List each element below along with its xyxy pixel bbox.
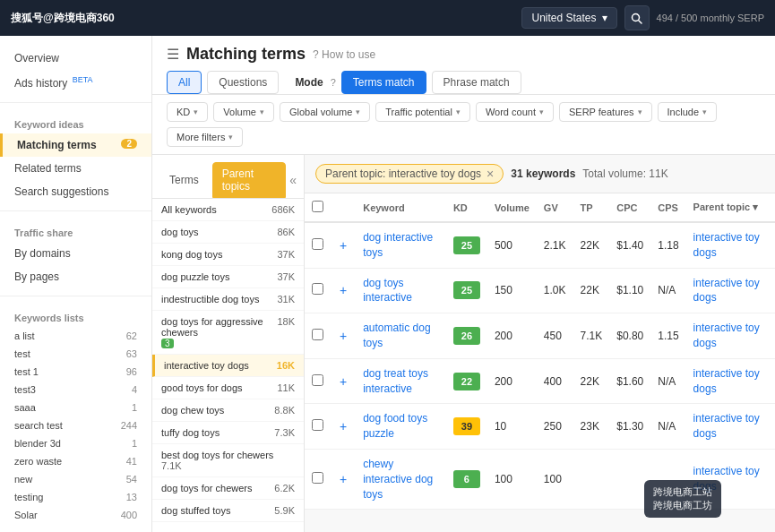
panel-tab-parent-topics[interactable]: Parent topics [212,162,287,198]
sidebar-item-by-domains[interactable]: By domains [0,242,151,265]
collapse-icon[interactable]: « [289,173,297,187]
left-panel-row[interactable]: dog toys for aggressive chewers18K 3 [152,311,304,355]
main-content: ☰ Matching terms ? How to use All Questi… [152,36,775,532]
row-checkbox[interactable] [312,419,323,431]
row-checkbox[interactable] [312,472,323,484]
filter-traffic-potential[interactable]: Traffic potential▾ [375,102,470,122]
keyword-link[interactable]: dog toys interactive [363,277,412,305]
filter-include[interactable]: Include▾ [658,102,717,122]
gv-cell: 1.0K [537,268,573,313]
filter-global-volume[interactable]: Global volume▾ [280,102,370,122]
parent-topic-link[interactable]: interactive toy dogs [693,367,760,395]
tab-mode-label[interactable]: Mode [284,72,324,93]
add-keyword-button[interactable]: + [338,374,349,389]
tab-questions[interactable]: Questions [207,71,279,94]
sidebar-item-by-pages[interactable]: By pages [0,265,151,288]
list-item-solar[interactable]: Solar400 [0,506,151,524]
filter-serp-features[interactable]: SERP features▾ [559,102,652,122]
select-all-checkbox[interactable] [312,201,323,212]
tp-cell [573,449,610,509]
row-checkbox[interactable] [312,374,323,386]
left-panel-row[interactable]: dog chew toys8.8K [152,399,304,422]
cpc-cell: $1.30 [609,404,650,450]
left-panel-row[interactable]: dog toys for chewers6.2K [152,477,304,500]
add-keyword-button[interactable]: + [338,472,349,486]
filter-volume[interactable]: Volume▾ [213,102,274,122]
list-item-new[interactable]: new54 [0,470,151,488]
row-checkbox[interactable] [312,329,323,340]
parent-topic-link[interactable]: interactive toy dogs [693,322,760,349]
col-keyword[interactable]: Keyword [356,193,446,222]
col-volume[interactable]: Volume [487,193,537,222]
hamburger-icon[interactable]: ☰ [167,46,179,63]
sidebar-item-ads-history[interactable]: Ads history BETA [0,70,151,95]
keyword-link[interactable]: chewy interactive dog toys [363,458,433,501]
parent-topic-link[interactable]: interactive toy dogs [693,412,760,440]
parent-topic-link[interactable]: interactive toy dogs [693,277,760,305]
add-keyword-button[interactable]: + [338,238,349,253]
left-panel-row[interactable]: tuffy dog toys7.3K [152,422,304,444]
search-button[interactable] [624,5,650,30]
chevron-down-icon: ▾ [356,107,360,116]
add-keyword-button[interactable]: + [338,419,349,433]
col-cps[interactable]: CPS [650,193,685,222]
col-tp[interactable]: TP [573,193,610,222]
add-keyword-button[interactable]: + [338,283,349,297]
list-item-saaa[interactable]: saaa1 [0,399,151,416]
left-panel-row[interactable]: indestructible dog toys31K [152,288,304,311]
sidebar-item-overview[interactable]: Overview [0,47,151,70]
serp-count: 494 / 500 monthly SERP [657,13,764,23]
col-parent-topic[interactable]: Parent topic ▾ [686,193,775,222]
sidebar-item-search-suggestions[interactable]: Search suggestions [0,180,151,203]
tab-all[interactable]: All [167,71,202,94]
left-panel-row[interactable]: good toys for dogs11K [152,377,304,399]
parent-topic-link[interactable]: interactive toy dogs [693,231,760,259]
tab-phrase-match[interactable]: Phrase match [432,71,521,94]
app-body: Overview Ads history BETA Keyword ideas … [0,36,775,532]
sidebar-item-matching-terms[interactable]: Matching terms 2 [0,133,151,157]
list-item-a-list[interactable]: a list62 [0,327,151,345]
svg-point-0 [633,13,640,21]
content-area: Terms Parent topics « All keywords686K d… [152,155,775,532]
col-kd[interactable]: KD [446,193,487,222]
remove-filter-button[interactable]: × [487,167,494,180]
left-panel-row[interactable]: kong dog toys37K [152,244,304,266]
filter-word-count[interactable]: Word count▾ [476,102,554,122]
left-panel-row[interactable]: All keywords686K [152,199,304,221]
list-item-test1[interactable]: test 196 [0,363,151,381]
sidebar: Overview Ads history BETA Keyword ideas … [0,36,152,532]
col-gv[interactable]: GV [537,193,573,222]
sidebar-item-related-terms[interactable]: Related terms [0,157,151,180]
left-panel-row[interactable]: dog stuffed toys5.9K [152,500,304,522]
left-panel-row-active[interactable]: interactive toy dogs16K [152,355,304,377]
parent-topic-label: Parent topic: interactive toy dogs [325,167,481,180]
left-panel-row[interactable]: dog toys86K [152,221,304,244]
mode-help-icon[interactable]: ? [331,77,336,88]
keyword-link[interactable]: automatic dog toys [363,322,430,349]
keyword-link[interactable]: dog food toys puzzle [363,412,427,440]
list-item-blender-3d[interactable]: blender 3d1 [0,434,151,452]
keyword-link[interactable]: dog interactive toys [363,231,433,259]
tab-terms-match[interactable]: Terms match [341,71,426,94]
list-item-zero-waste[interactable]: zero waste41 [0,452,151,470]
how-to-use-link[interactable]: ? How to use [313,48,375,61]
chevron-down-icon: ▾ [602,12,607,24]
list-item-test3[interactable]: test34 [0,381,151,399]
row-checkbox[interactable] [312,238,323,250]
left-panel-row[interactable]: dog puzzle toys37K [152,266,304,288]
mode-tabs: All Questions Mode ? Terms match Phrase … [167,71,761,94]
country-selector[interactable]: United States ▾ [521,7,616,29]
gv-cell: 2.1K [537,222,573,268]
list-item-test[interactable]: test63 [0,345,151,363]
list-item-testing[interactable]: testing13 [0,488,151,506]
list-item-search-test[interactable]: search test244 [0,416,151,434]
filter-more-filters[interactable]: More filters▾ [167,127,243,147]
add-keyword-button[interactable]: + [338,329,349,343]
filter-kd[interactable]: KD▾ [167,102,208,122]
parent-topic-tag[interactable]: Parent topic: interactive toy dogs × [315,164,504,184]
row-checkbox[interactable] [312,283,323,295]
keyword-link[interactable]: dog treat toys interactive [363,367,428,395]
panel-tab-terms[interactable]: Terms [159,168,209,192]
col-cpc[interactable]: CPC [609,193,650,222]
left-panel-row[interactable]: best dog toys for chewers7.1K [152,444,304,477]
